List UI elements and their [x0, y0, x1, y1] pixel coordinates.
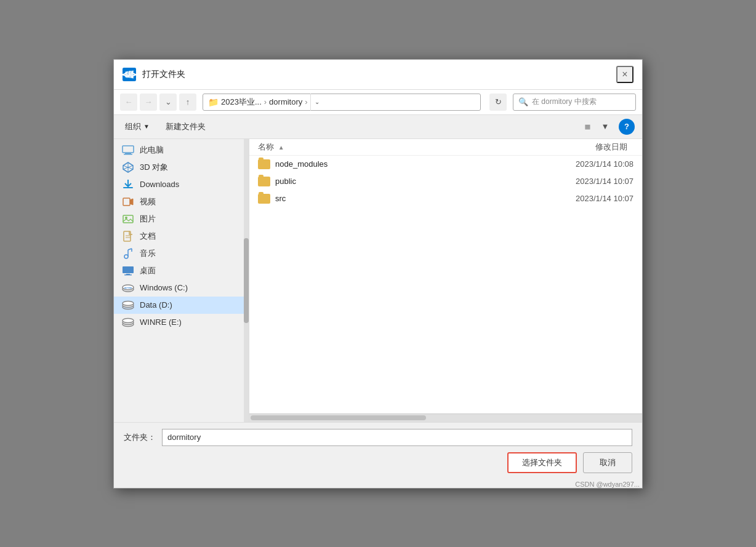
address-folder-icon: 📁: [208, 97, 219, 107]
select-folder-button[interactable]: 选择文件夹: [507, 452, 577, 473]
address-dropdown-button[interactable]: ⌄: [310, 94, 324, 111]
sidebar-item-windows-c[interactable]: C: Windows (C:): [114, 279, 249, 297]
folder-field-row: 文件夹：: [124, 429, 632, 446]
doc-icon: [121, 231, 135, 242]
svg-point-34: [123, 301, 134, 305]
scrollbar-x-track: [251, 415, 641, 420]
folder-icon-public: [258, 177, 270, 186]
folder-input[interactable]: [162, 429, 632, 446]
sidebar-label-desktop: 桌面: [140, 265, 156, 276]
column-header-row: 名称 ▲ 修改日期: [249, 139, 642, 156]
organize-chevron-icon: ▼: [143, 123, 150, 130]
sidebar-scrollbar[interactable]: [244, 139, 249, 422]
address-sep1: ›: [264, 97, 267, 106]
cancel-button[interactable]: 取消: [583, 452, 632, 473]
organize-button[interactable]: 组织 ▼: [121, 119, 153, 134]
view-controls: ≣ ▼ ?: [579, 119, 635, 135]
sidebar-label-pictures: 图片: [140, 214, 156, 225]
col-header-date[interactable]: 修改日期: [529, 142, 633, 153]
help-button[interactable]: ?: [619, 119, 635, 135]
folder-icon-node-modules: [258, 159, 270, 169]
sidebar-scrollbar-thumb: [244, 238, 249, 323]
back-button[interactable]: ←: [120, 94, 137, 111]
address-path-part1: 2023毕业...: [221, 97, 262, 108]
file-row-node-modules[interactable]: node_modules 2023/1/14 10:08: [249, 156, 642, 173]
video-icon: [121, 196, 135, 207]
dropdown-history-button[interactable]: ⌄: [159, 94, 177, 111]
sidebar-item-desktop[interactable]: 桌面: [114, 262, 249, 279]
scrollbar-x-thumb: [251, 415, 426, 420]
file-name-node-modules: node_modules: [275, 159, 524, 169]
sidebar: 此电脑 3D 对象 Downloads 视频: [114, 139, 249, 422]
sidebar-item-pictures[interactable]: 图片: [114, 210, 249, 228]
sidebar-label-this-pc: 此电脑: [140, 145, 164, 156]
search-placeholder: 在 dormitory 中搜索: [532, 97, 597, 107]
view-dropdown-button[interactable]: ▼: [597, 119, 613, 135]
svg-rect-27: [124, 274, 132, 276]
sidebar-label-winre-e: WINRE (E:): [140, 317, 182, 327]
sidebar-item-data-d[interactable]: Data (D:): [114, 297, 249, 314]
data-d-icon: [121, 300, 135, 311]
download-icon: [121, 179, 135, 190]
svg-line-23: [128, 249, 132, 250]
sidebar-label-downloads: Downloads: [140, 180, 179, 189]
sidebar-item-downloads[interactable]: Downloads: [114, 176, 249, 193]
title-bar-left: ≺/≻ 打开文件夹: [123, 68, 185, 81]
sidebar-item-3d-objects[interactable]: 3D 对象: [114, 159, 249, 176]
music-icon: [121, 248, 135, 259]
search-icon: 🔍: [518, 97, 528, 106]
svg-rect-6: [123, 146, 134, 153]
dialog-title: 打开文件夹: [142, 69, 185, 80]
content-area: 名称 ▲ 修改日期 node_modules 2023/1/14 10:08 p…: [249, 139, 642, 422]
sidebar-item-this-pc[interactable]: 此电脑: [114, 142, 249, 159]
file-row-public[interactable]: public 2023/1/14 10:07: [249, 173, 642, 190]
sidebar-label-documents: 文档: [140, 231, 156, 242]
winre-e-icon: [121, 317, 135, 328]
sidebar-item-winre-e[interactable]: WINRE (E:): [114, 314, 249, 331]
view-icon-button[interactable]: ≣: [579, 119, 595, 135]
file-name-public: public: [275, 177, 524, 186]
horizontal-scrollbar[interactable]: [249, 413, 642, 422]
address-sep2: ›: [305, 97, 307, 106]
folder-label: 文件夹：: [124, 432, 156, 443]
new-folder-button[interactable]: 新建文件夹: [162, 119, 209, 134]
sidebar-item-music[interactable]: 音乐: [114, 245, 249, 262]
sidebar-label-videos: 视频: [140, 196, 156, 207]
organize-label: 组织: [125, 121, 141, 132]
forward-button[interactable]: →: [140, 94, 157, 111]
search-box[interactable]: 🔍 在 dormitory 中搜索: [513, 94, 636, 111]
file-date-public: 2023/1/14 10:07: [529, 177, 633, 186]
refresh-button[interactable]: ↻: [489, 94, 507, 111]
file-date-src: 2023/1/14 10:07: [529, 194, 633, 203]
new-folder-label: 新建文件夹: [166, 121, 206, 132]
sidebar-item-videos[interactable]: 视频: [114, 193, 249, 210]
address-bar[interactable]: 📁 2023毕业... › dormitory › ⌄: [203, 94, 481, 111]
file-date-node-modules: 2023/1/14 10:08: [529, 159, 633, 169]
svg-text:C:: C:: [126, 285, 130, 289]
address-path-part2: dormitory: [269, 97, 302, 106]
up-button[interactable]: ↑: [179, 94, 196, 111]
svg-point-37: [123, 318, 134, 322]
open-folder-dialog: ≺/≻ 打开文件夹 × ← → ⌄ ↑ 📁 2023毕业... › dormit…: [113, 59, 643, 489]
buttons-row: 选择文件夹 取消: [124, 452, 632, 473]
vscode-icon: ≺/≻: [123, 68, 136, 81]
toolbar: ← → ⌄ ↑ 📁 2023毕业... › dormitory › ⌄ ↻ 🔍 …: [114, 90, 642, 115]
3d-icon: [121, 162, 135, 173]
file-row-src[interactable]: src 2023/1/14 10:07: [249, 190, 642, 207]
svg-rect-25: [123, 266, 134, 273]
sidebar-label-windows-c: Windows (C:): [140, 283, 188, 292]
close-button[interactable]: ×: [616, 66, 633, 83]
file-list: node_modules 2023/1/14 10:08 public 2023…: [249, 156, 642, 413]
desktop-icon: [121, 265, 135, 276]
svg-point-21: [124, 255, 128, 258]
bottom-bar: 文件夹： 选择文件夹 取消: [114, 422, 642, 479]
col-header-name[interactable]: 名称 ▲: [258, 142, 529, 153]
computer-icon: [121, 145, 135, 156]
svg-rect-16: [123, 215, 133, 223]
sidebar-item-documents[interactable]: 文档: [114, 228, 249, 245]
svg-rect-15: [123, 198, 130, 206]
sort-arrow-icon: ▲: [278, 144, 284, 151]
watermark: CSDN @wdyan297...: [114, 479, 642, 488]
sidebar-label-music: 音乐: [140, 248, 156, 259]
sidebar-label-3d-objects: 3D 对象: [140, 162, 168, 173]
